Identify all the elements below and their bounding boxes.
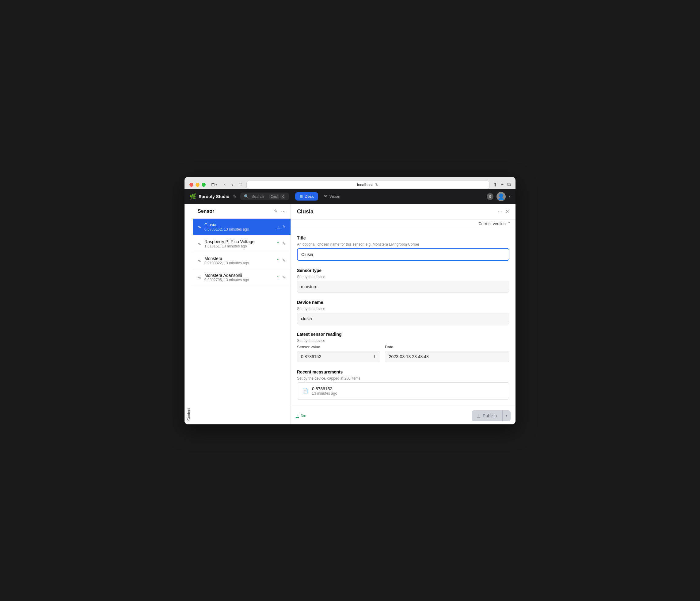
edit-button-raspberry[interactable]: ✎ <box>282 241 285 246</box>
panel-edit-button[interactable]: ✎ <box>274 209 278 214</box>
spinner-icon: ⬍ <box>373 355 376 359</box>
reload-icon[interactable]: ↻ <box>375 183 378 187</box>
measurement-info: 0.8786152 13 minutes ago <box>312 386 337 395</box>
tab-vision[interactable]: 👁 Vision <box>319 192 345 200</box>
search-placeholder: Search <box>251 194 264 199</box>
detail-header: Clusia ⋯ ✕ <box>291 204 516 220</box>
version-selector[interactable]: Current version ⌃ <box>291 220 516 228</box>
sensor-name-clusia: Clusia <box>204 222 274 227</box>
measurement-item: 📄 0.8786152 13 minutes ago <box>297 383 509 399</box>
tabs-icon[interactable]: ⧉ <box>507 182 510 187</box>
title-field-label: Title <box>297 236 509 240</box>
sensor-meta-monstera-adansonii: 0.9302795, 13 minutes ago <box>204 278 273 282</box>
detail-actions: ⋯ ✕ <box>498 209 509 214</box>
waveform-icon-monstera: ∿ <box>198 258 201 263</box>
sensor-type-value: moisture <box>297 281 509 292</box>
forward-button[interactable]: › <box>230 181 234 188</box>
address-bar[interactable]: localhost ↻ <box>246 181 490 189</box>
back-button[interactable]: ‹ <box>223 181 227 188</box>
content-tab-label: Content <box>186 408 191 420</box>
sensor-info-monstera: Monstera 0.9108822, 13 minutes ago <box>204 256 273 265</box>
measurement-value: 0.8786152 <box>312 386 337 391</box>
sensor-name-monstera-adansonii: Monstera Adansonii <box>204 273 273 278</box>
avatar-image: 👤 <box>498 193 504 200</box>
desk-icon: ⊞ <box>299 194 303 199</box>
sensor-info-raspberry: Raspberry PI Pico Voltage 1.618151, 13 m… <box>204 239 273 248</box>
toolbar-tabs: ⊞ Desk 👁 Vision <box>295 192 345 200</box>
sensor-name-monstera: Monstera <box>204 256 273 261</box>
account-chevron-icon[interactable]: ▾ <box>509 194 510 198</box>
panel-actions: ✎ ⋯ <box>274 209 285 214</box>
edit-button-monstera-adansonii[interactable]: ✎ <box>282 275 285 280</box>
new-tab-icon[interactable]: + <box>501 182 503 187</box>
sensor-item-monstera[interactable]: ∿ Monstera 0.9108822, 13 minutes ago ↑̄ … <box>193 253 291 269</box>
title-field-description: An optional, chosen name for this sensor… <box>297 242 509 246</box>
panel-more-button[interactable]: ⋯ <box>281 209 285 214</box>
detail-close-button[interactable]: ✕ <box>505 209 509 214</box>
app-name: Sprouty Studio <box>199 194 229 199</box>
publish-button-group: ↑ Publish ▾ <box>472 410 510 421</box>
sensor-value-field: Sensor value 0.8786152 ⬍ <box>297 345 380 362</box>
content-tab[interactable]: Content <box>184 204 193 424</box>
url-text: localhost <box>357 183 373 187</box>
title-input[interactable] <box>297 248 509 261</box>
publish-button-monstera[interactable]: ↑̄ <box>276 258 280 263</box>
footer-status: ↑ 3m <box>296 413 306 418</box>
edit-button[interactable]: ✎ <box>233 194 236 199</box>
sensor-item-raspberry[interactable]: ∿ Raspberry PI Pico Voltage 1.618151, 13… <box>193 236 291 253</box>
field-group-sensor-type: Sensor type Set by the device moisture <box>297 268 509 292</box>
sensor-type-field-label: Sensor type <box>297 268 509 273</box>
edit-button-clusia[interactable]: ✎ <box>282 224 285 229</box>
publish-button-monstera-adansonii[interactable]: ↑̄ <box>276 275 280 280</box>
traffic-light-red[interactable] <box>190 183 193 187</box>
sensor-reading-row: Sensor value 0.8786152 ⬍ Date 2023-03-13… <box>297 345 509 362</box>
browser-chrome: ⊡ ▾ ‹ › 🛡 localhost ↻ ⬆ + ⧉ <box>184 177 516 189</box>
security-icon: 🛡 <box>239 182 243 187</box>
share-icon[interactable]: ⬆ <box>493 182 497 188</box>
sensor-item-clusia[interactable]: ∿ Clusia 0.8786152, 13 minutes ago ↑ ✎ <box>193 219 291 236</box>
waveform-icon-clusia: ∿ <box>198 224 201 230</box>
waveform-icon-raspberry: ∿ <box>198 241 201 246</box>
browser-titlebar: ⊡ ▾ ‹ › 🛡 localhost ↻ ⬆ + ⧉ <box>190 181 510 189</box>
sensor-actions-raspberry: ↑̄ ✎ <box>276 241 285 246</box>
tab-desk[interactable]: ⊞ Desk <box>295 192 318 200</box>
app-logo: 🌿 Sprouty Studio <box>190 193 229 200</box>
sensor-item-monstera-adansonii[interactable]: ∿ Monstera Adansonii 0.9302795, 13 minut… <box>193 269 291 286</box>
publish-button-clusia[interactable]: ↑ <box>277 225 280 229</box>
traffic-light-green[interactable] <box>202 183 206 187</box>
edit-button-monstera[interactable]: ✎ <box>282 258 285 263</box>
sensor-info-monstera-adansonii: Monstera Adansonii 0.9302795, 13 minutes… <box>204 273 273 282</box>
toolbar-right: 0 👤 ▾ <box>487 192 510 201</box>
search-icon: 🔍 <box>244 194 249 199</box>
detail-content: Title An optional, chosen name for this … <box>291 228 516 407</box>
app-toolbar: 🌿 Sprouty Studio ✎ 🔍 Search Cmd K ⊞ Desk… <box>184 189 516 204</box>
sidebar-icon: ⊡ <box>211 182 215 187</box>
avatar[interactable]: 👤 <box>497 192 506 201</box>
panel-title: Sensor <box>198 209 274 214</box>
sensor-actions-monstera: ↑̄ ✎ <box>276 258 285 263</box>
publish-button-raspberry[interactable]: ↑̄ <box>276 241 280 246</box>
search-bar[interactable]: 🔍 Search Cmd K <box>240 193 289 200</box>
date-field: Date 2023-03-13 23:48:48 <box>385 345 509 362</box>
sidebar-toggle[interactable]: ⊡ ▾ <box>209 181 219 188</box>
latest-reading-description: Set by the device <box>297 338 509 343</box>
status-publish-icon: ↑ <box>296 414 299 418</box>
recent-measurements-list: 📄 0.8786152 13 minutes ago <box>297 382 509 400</box>
sensor-value-label: Sensor value <box>297 345 380 349</box>
app-body: Content Sensor ✎ ⋯ ∿ Clusia 0.8786152, 1… <box>184 204 516 424</box>
sensor-type-field-description: Set by the device <box>297 275 509 279</box>
sensor-meta-clusia: 0.8786152, 13 minutes ago <box>204 227 274 232</box>
publish-button[interactable]: ↑ Publish <box>472 410 502 421</box>
sensor-value-input[interactable]: 0.8786152 ⬍ <box>297 351 380 362</box>
detail-panel: Clusia ⋯ ✕ Current version ⌃ Title An op… <box>291 204 516 424</box>
detail-more-button[interactable]: ⋯ <box>498 209 502 214</box>
publish-dropdown-button[interactable]: ▾ <box>502 410 510 421</box>
traffic-lights <box>190 183 206 187</box>
sensor-actions-clusia: ↑ ✎ <box>277 224 285 229</box>
notification-badge[interactable]: 0 <box>487 193 494 200</box>
sprouty-icon: 🌿 <box>190 193 196 200</box>
field-group-title: Title An optional, chosen name for this … <box>297 236 509 261</box>
sensor-name-raspberry: Raspberry PI Pico Voltage <box>204 239 273 244</box>
version-text: Current version <box>478 221 506 226</box>
traffic-light-yellow[interactable] <box>196 183 200 187</box>
